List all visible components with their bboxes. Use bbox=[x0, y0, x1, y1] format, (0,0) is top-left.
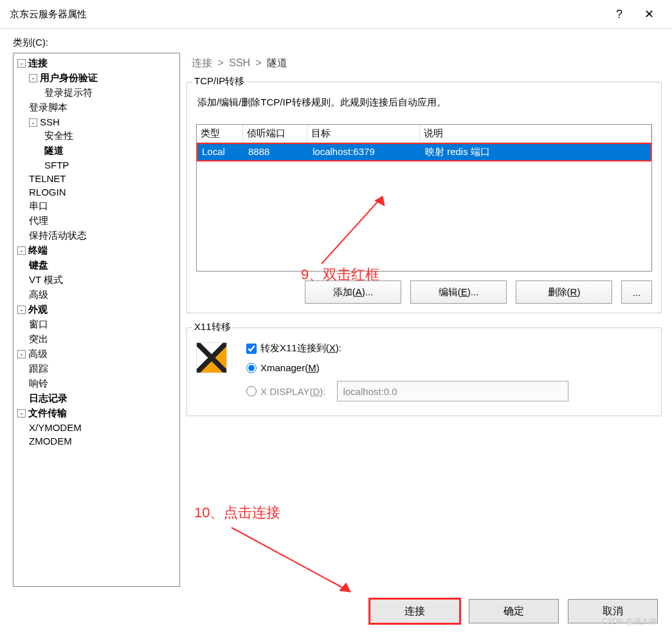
tree-rlogin[interactable]: RLOGIN bbox=[29, 187, 66, 198]
tcpip-instruction: 添加/编辑/删除TCP/IP转移规则。此规则连接后自动应用。 bbox=[197, 97, 652, 109]
tree-tunnel[interactable]: 隧道 bbox=[44, 145, 64, 156]
tree-zmodem[interactable]: ZMODEM bbox=[29, 436, 72, 446]
xdisplay-label: X DISPLAY(D): bbox=[260, 386, 325, 397]
titlebar: 京东云服务器属性 ? ✕ bbox=[0, 0, 672, 29]
close-icon[interactable]: ✕ bbox=[639, 5, 659, 24]
tree-advanced[interactable]: 高级 bbox=[28, 348, 48, 359]
col-target[interactable]: 目标 bbox=[307, 125, 420, 142]
tree-log[interactable]: 日志记录 bbox=[29, 392, 68, 403]
tree-auth[interactable]: 用户身份验证 bbox=[40, 72, 98, 83]
xdisplay-radio[interactable] bbox=[246, 386, 257, 396]
collapse-icon[interactable]: - bbox=[17, 306, 26, 314]
crumb-tunnel: 隧道 bbox=[267, 57, 287, 68]
cell-desc: 映射 redis 端口 bbox=[421, 144, 650, 160]
tree-login-script[interactable]: 登录脚本 bbox=[29, 102, 68, 113]
x11-legend: X11转移 bbox=[192, 321, 233, 333]
tree-highlight[interactable]: 突出 bbox=[29, 333, 48, 344]
tree-xymodem[interactable]: X/YMODEM bbox=[29, 422, 82, 433]
cell-port: 8888 bbox=[244, 144, 309, 160]
category-tree[interactable]: -连接 -用户身份验证 登录提示符 登录脚本 -SSH 安全性 隧道 SFTP … bbox=[13, 53, 180, 587]
crumb-ssh[interactable]: SSH bbox=[229, 57, 250, 68]
window-title: 京东云服务器属性 bbox=[10, 8, 87, 21]
connect-button[interactable]: 连接 bbox=[370, 599, 460, 623]
breadcrumb: 连接 > SSH > 隧道 bbox=[186, 53, 662, 74]
cell-target: localhost:6379 bbox=[309, 144, 421, 160]
table-header: 类型 侦听端口 目标 说明 bbox=[197, 125, 651, 143]
x11-groupbox: X11转移 转发X11连接到(X): Xmanager(M) bbox=[186, 327, 662, 416]
more-button[interactable]: ... bbox=[621, 281, 652, 304]
xmanager-label: Xmanager(M) bbox=[260, 362, 320, 373]
tree-adv-term[interactable]: 高级 bbox=[29, 289, 48, 300]
ok-button[interactable]: 确定 bbox=[469, 599, 559, 623]
col-desc[interactable]: 说明 bbox=[420, 125, 651, 142]
tcpip-table[interactable]: 类型 侦听端口 目标 说明 Local 8888 localhost:6379 … bbox=[196, 124, 652, 271]
remove-button[interactable]: 删除(R) bbox=[516, 281, 612, 304]
tree-telnet[interactable]: TELNET bbox=[29, 173, 66, 184]
cell-type: Local bbox=[198, 144, 244, 160]
tree-security[interactable]: 安全性 bbox=[44, 130, 73, 141]
add-button[interactable]: 添加(A)... bbox=[305, 281, 401, 304]
tree-ssh[interactable]: SSH bbox=[40, 116, 60, 127]
tree-login-prompt[interactable]: 登录提示符 bbox=[44, 87, 93, 98]
tree-connection[interactable]: 连接 bbox=[28, 57, 48, 68]
table-row[interactable]: Local 8888 localhost:6379 映射 redis 端口 bbox=[197, 143, 651, 161]
forward-x11-label: 转发X11连接到(X): bbox=[260, 342, 341, 354]
tree-vtmode[interactable]: VT 模式 bbox=[29, 274, 63, 285]
xmanager-icon bbox=[196, 342, 227, 373]
xmanager-radio[interactable] bbox=[246, 363, 257, 373]
tree-serial[interactable]: 串口 bbox=[29, 200, 48, 211]
col-type[interactable]: 类型 bbox=[197, 125, 243, 142]
tree-trace[interactable]: 跟踪 bbox=[29, 363, 48, 374]
collapse-icon[interactable]: - bbox=[29, 118, 37, 127]
category-label: 类别(C): bbox=[13, 37, 666, 49]
watermark: CSDN @茂大师 bbox=[601, 616, 657, 627]
tcpip-legend: TCP/IP转移 bbox=[192, 75, 246, 87]
edit-button[interactable]: 编辑(E)... bbox=[410, 281, 507, 304]
collapse-icon[interactable]: - bbox=[17, 246, 26, 255]
col-port[interactable]: 侦听端口 bbox=[243, 125, 307, 142]
tcpip-groupbox: TCP/IP转移 添加/编辑/删除TCP/IP转移规则。此规则连接后自动应用。 … bbox=[186, 82, 662, 313]
collapse-icon[interactable]: - bbox=[17, 59, 26, 68]
help-icon[interactable]: ? bbox=[611, 5, 628, 24]
tree-bell[interactable]: 响铃 bbox=[29, 378, 48, 389]
collapse-icon[interactable]: - bbox=[29, 74, 37, 82]
collapse-icon[interactable]: - bbox=[17, 350, 26, 358]
tree-keepalive[interactable]: 保持活动状态 bbox=[29, 230, 87, 241]
tree-window[interactable]: 窗口 bbox=[29, 318, 48, 329]
tree-sftp[interactable]: SFTP bbox=[44, 160, 69, 170]
xdisplay-input bbox=[337, 381, 568, 401]
crumb-connection[interactable]: 连接 bbox=[192, 57, 212, 68]
tree-appearance[interactable]: 外观 bbox=[28, 304, 48, 315]
collapse-icon[interactable]: - bbox=[17, 409, 26, 418]
tree-proxy[interactable]: 代理 bbox=[29, 215, 48, 226]
forward-x11-checkbox[interactable] bbox=[246, 344, 257, 354]
tree-keyboard[interactable]: 键盘 bbox=[29, 259, 48, 270]
tree-terminal[interactable]: 终端 bbox=[28, 244, 48, 255]
tree-filetransfer[interactable]: 文件传输 bbox=[28, 407, 67, 418]
